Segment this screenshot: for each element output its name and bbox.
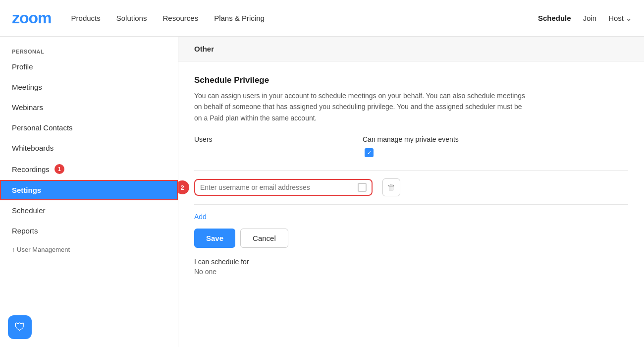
user-management-label: ↑ User Management: [0, 241, 178, 256]
sidebar-item-scheduler[interactable]: Scheduler: [0, 200, 178, 221]
privilege-title: Schedule Privilege: [194, 75, 628, 85]
add-link[interactable]: Add: [194, 213, 207, 221]
step2-badge: 2: [178, 180, 189, 194]
step2-row: 2 🗑: [194, 178, 628, 196]
nav-plans-pricing[interactable]: Plans & Pricing: [214, 14, 265, 22]
manage-checkbox-empty[interactable]: [358, 183, 367, 192]
sidebar: PERSONAL Profile Meetings Webinars Perso…: [0, 37, 178, 347]
nav-schedule[interactable]: Schedule: [538, 14, 571, 22]
sidebar-item-settings[interactable]: Settings: [0, 180, 178, 200]
nav-links: Products Solutions Resources Plans & Pri…: [71, 14, 538, 22]
delete-button[interactable]: 🗑: [382, 178, 400, 196]
nav-solutions[interactable]: Solutions: [116, 14, 147, 22]
schedule-for-value: No one: [194, 268, 628, 276]
content-area: Other Schedule Privilege You can assign …: [178, 37, 644, 347]
col-users-header: Users: [194, 135, 363, 143]
nav-products[interactable]: Products: [71, 14, 101, 22]
action-buttons: Save Cancel: [194, 229, 628, 248]
content-body: Schedule Privilege You can assign users …: [178, 61, 644, 289]
nav-host[interactable]: Host ⌄: [608, 14, 632, 23]
recordings-badge: 1: [54, 164, 64, 174]
nav-resources[interactable]: Resources: [162, 14, 198, 22]
checked-icon: [365, 148, 374, 157]
sidebar-item-profile[interactable]: Profile: [0, 57, 178, 77]
sidebar-item-reports[interactable]: Reports: [0, 221, 178, 241]
sidebar-item-webinars[interactable]: Webinars: [0, 97, 178, 117]
cancel-button[interactable]: Cancel: [240, 229, 288, 248]
sidebar-item-whiteboards[interactable]: Whiteboards: [0, 138, 178, 158]
divider-2: [194, 204, 628, 205]
nav-actions: Schedule Join Host ⌄: [538, 14, 632, 23]
manage-checkbox-checked[interactable]: [363, 148, 374, 157]
security-icon-button[interactable]: 🛡: [8, 315, 32, 339]
trash-icon: 🗑: [387, 183, 395, 192]
sidebar-item-personal-contacts[interactable]: Personal Contacts: [0, 117, 178, 138]
zoom-logo[interactable]: zoom: [12, 9, 52, 27]
main-layout: PERSONAL Profile Meetings Webinars Perso…: [0, 37, 644, 347]
schedule-for-label: I can schedule for: [194, 258, 628, 266]
username-input-container: [194, 179, 373, 196]
nav-join[interactable]: Join: [583, 14, 597, 22]
username-input[interactable]: [200, 183, 352, 191]
section-header: Other: [178, 37, 644, 61]
shield-icon: 🛡: [14, 321, 25, 334]
sidebar-item-meetings[interactable]: Meetings: [0, 77, 178, 97]
divider: [194, 170, 628, 171]
sidebar-section-personal: PERSONAL: [0, 45, 178, 57]
navbar: zoom Products Solutions Resources Plans …: [0, 0, 644, 37]
chevron-down-icon: ⌄: [626, 14, 632, 23]
table-headers: Users Can manage my private events: [194, 135, 628, 143]
save-button[interactable]: Save: [194, 229, 235, 248]
sidebar-item-recordings[interactable]: Recordings 1: [0, 158, 178, 180]
col-manage-header: Can manage my private events: [363, 135, 462, 143]
existing-user-row: [194, 145, 628, 166]
privilege-description: You can assign users in your account to …: [194, 90, 531, 123]
